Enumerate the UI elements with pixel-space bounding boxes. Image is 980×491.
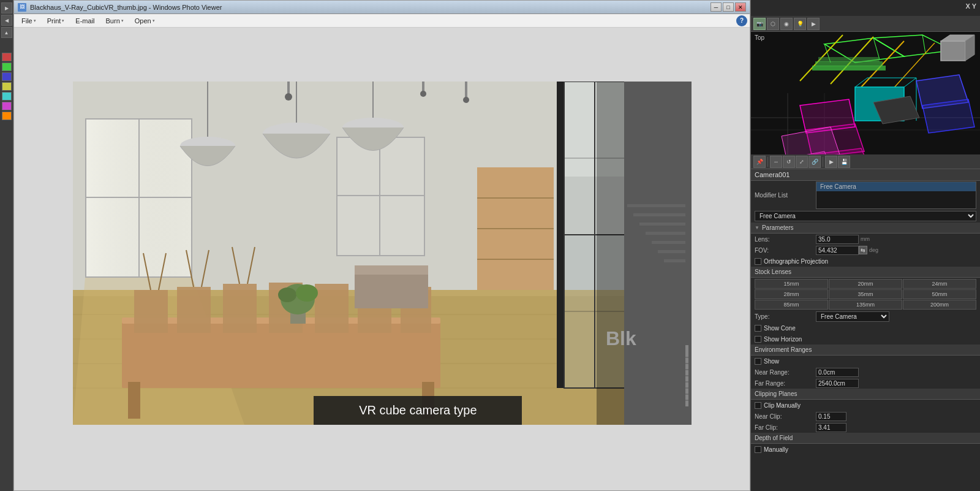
ortho-checkbox[interactable] <box>755 258 761 265</box>
near-range-row: Near Range: <box>751 367 980 378</box>
parameters-label: Parameters <box>762 224 794 231</box>
svg-rect-82 <box>355 265 428 275</box>
menu-burn[interactable]: Burn ▾ <box>101 15 129 27</box>
vp-icon-shade[interactable]: ◉ <box>780 18 793 30</box>
toolbar-item-1[interactable]: ▶ <box>1 2 12 13</box>
near-clip-input[interactable] <box>816 412 846 421</box>
toolbar-color-magenta[interactable] <box>2 102 12 110</box>
toolbar-color-green[interactable] <box>2 63 12 71</box>
toolbar-color-red[interactable] <box>2 53 12 61</box>
parameters-section-header[interactable]: ▼ Parameters <box>751 223 980 234</box>
left-toolbar: ▶ ◀ ▲ <box>0 0 13 491</box>
clip-manually-label: Clip Manually <box>764 402 976 409</box>
photo-container: Blk VR cube camera type <box>73 82 692 425</box>
toolbar-item-2[interactable]: ◀ <box>1 15 12 26</box>
parameters-arrow: ▼ <box>755 225 760 230</box>
menu-file[interactable]: File ▾ <box>17 15 41 27</box>
minimize-button[interactable]: ─ <box>710 2 722 12</box>
far-clip-input[interactable] <box>816 423 846 432</box>
photo-viewer-window: 🖼 Blackhaus_V-Ray_CubicVR_thumb.jpg - Wi… <box>13 0 750 491</box>
svg-rect-21 <box>336 255 425 256</box>
close-button[interactable]: ✕ <box>735 2 746 12</box>
clip-manually-checkbox[interactable] <box>755 402 761 409</box>
toolbar-color-orange[interactable] <box>2 112 12 120</box>
camera-name-label: Camera001 <box>755 171 790 178</box>
subtitle-bar: VR cube camera type <box>314 396 522 425</box>
toolbar-color-blue[interactable] <box>2 72 12 81</box>
lens-row: Lens: mm <box>751 234 980 245</box>
vp-icon-light[interactable]: 💡 <box>794 18 806 30</box>
menu-burn-arrow: ▾ <box>121 18 124 23</box>
lens-50mm[interactable]: 50mm <box>903 289 976 299</box>
modifier-item-free-camera[interactable]: Free Camera <box>816 182 976 191</box>
toolbar-color-yellow[interactable] <box>2 82 12 91</box>
show-horizon-row: Show Horizon <box>751 333 980 344</box>
vt-btn-move[interactable]: ↔ <box>770 156 782 168</box>
vp-icon-render[interactable]: ▶ <box>807 18 820 30</box>
far-range-input[interactable] <box>816 379 859 388</box>
svg-rect-42 <box>177 287 211 333</box>
type-label: Type: <box>755 313 816 320</box>
xy-text: X Y <box>965 2 976 10</box>
svg-rect-39 <box>128 382 140 419</box>
lens-200mm[interactable]: 200mm <box>903 300 976 310</box>
svg-rect-16 <box>138 118 140 278</box>
svg-rect-19 <box>424 137 425 256</box>
fov-link-btn[interactable]: ⇆ <box>859 246 867 254</box>
vt-btn-link[interactable]: 🔗 <box>809 156 821 168</box>
lens-unit: mm <box>861 236 870 242</box>
show-cone-checkbox[interactable] <box>755 325 761 332</box>
modifier-list-label: Modifier List <box>755 192 816 199</box>
lens-35mm[interactable]: 35mm <box>829 289 902 299</box>
lens-135mm[interactable]: 135mm <box>829 300 902 310</box>
vt-btn-rotate[interactable]: ↺ <box>783 156 795 168</box>
vp-icon-camera[interactable]: 📷 <box>753 18 766 30</box>
type-row: Type: Free Camera Target Camera <box>751 311 980 322</box>
svg-point-36 <box>463 97 469 103</box>
fov-input[interactable] <box>816 246 859 255</box>
svg-rect-18 <box>336 137 337 256</box>
near-range-input[interactable] <box>816 368 859 377</box>
lens-input[interactable] <box>816 235 859 244</box>
menu-print[interactable]: Print ▾ <box>42 15 70 27</box>
manually-checkbox[interactable] <box>755 446 761 453</box>
lens-20mm[interactable]: 20mm <box>829 279 902 289</box>
clipping-planes-label: Clipping Planes <box>755 390 797 397</box>
show-cone-label: Show Cone <box>764 325 976 332</box>
type-dropdown[interactable]: Free Camera Target Camera <box>816 311 889 322</box>
free-camera-dropdown[interactable]: Free Camera <box>755 211 976 221</box>
svg-point-85 <box>278 287 296 302</box>
lens-85mm[interactable]: 85mm <box>755 300 828 310</box>
modifier-list-area[interactable]: Free Camera <box>816 181 976 209</box>
vt-btn-pin[interactable]: 📌 <box>753 156 766 168</box>
free-camera-row: Free Camera <box>751 210 980 223</box>
lens-24mm[interactable]: 24mm <box>903 279 976 289</box>
xy-label: X Y <box>962 0 980 12</box>
clipping-planes-header: Clipping Planes <box>751 389 980 400</box>
maximize-button[interactable]: □ <box>723 2 734 12</box>
vp-icon-wire[interactable]: ⬡ <box>767 18 779 30</box>
help-button[interactable]: ? <box>736 15 747 26</box>
dof-label: Depth of Field <box>755 435 793 441</box>
room-svg: Blk <box>73 82 692 425</box>
show-env-checkbox[interactable] <box>755 358 761 365</box>
show-horizon-checkbox[interactable] <box>755 336 761 343</box>
vt-btn-scale[interactable]: ⤢ <box>796 156 808 168</box>
svg-rect-43 <box>223 284 257 333</box>
vt-btn-render[interactable]: ▶ <box>825 156 837 168</box>
fov-row: FOV: ⇆ deg <box>751 245 980 256</box>
main-content: 🖼 Blackhaus_V-Ray_CubicVR_thumb.jpg - Wi… <box>13 0 750 491</box>
room-scene: Blk <box>73 82 692 425</box>
vt-btn-save[interactable]: 💾 <box>838 156 850 168</box>
scene-3d-svg <box>751 32 980 154</box>
stock-lenses-header: Stock Lenses <box>751 267 980 278</box>
lens-28mm[interactable]: 28mm <box>755 289 828 299</box>
svg-rect-119 <box>812 66 886 70</box>
lens-15mm[interactable]: 15mm <box>755 279 828 289</box>
viewport-icons: 📷 ⬡ ◉ 💡 ▶ <box>751 16 980 32</box>
menu-open[interactable]: Open ▾ <box>130 15 160 27</box>
toolbar-color-cyan[interactable] <box>2 92 12 101</box>
svg-rect-23 <box>379 137 380 256</box>
menu-email[interactable]: E-mail <box>70 15 99 27</box>
toolbar-item-3[interactable]: ▲ <box>1 27 12 38</box>
